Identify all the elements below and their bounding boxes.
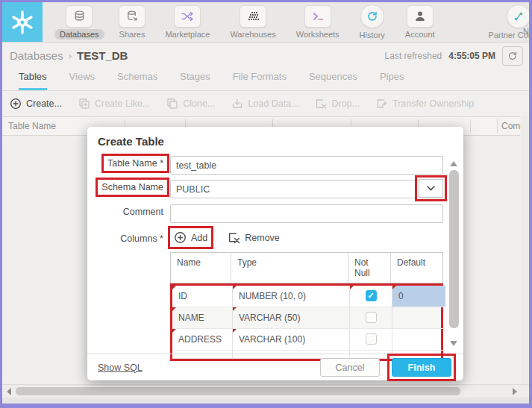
column-row: ID NUMBER (10, 0) 0	[172, 286, 441, 307]
create-button[interactable]: Create...	[10, 98, 62, 110]
schema-name-label-wrap: Schema Name	[83, 178, 169, 197]
column-separator[interactable]	[497, 119, 498, 133]
schema-dropdown-button[interactable]	[419, 179, 443, 198]
dialog-scrollbar[interactable]	[449, 160, 459, 346]
show-sql-link[interactable]: Show SQL	[98, 363, 143, 373]
plus-circle-icon	[10, 98, 22, 110]
tab-sequences[interactable]: Sequences	[309, 71, 357, 90]
transfer-ownership-button[interactable]: Transfer Ownership	[376, 98, 474, 110]
column-row: ADDRESS VARCHAR (100)	[172, 329, 441, 351]
nav-label-warehouses: Warehouses	[225, 29, 281, 40]
create-like-button[interactable]: Create Like...	[78, 98, 150, 110]
table-name-label: Table Name *	[101, 154, 169, 173]
tab-tables[interactable]: Tables	[19, 71, 47, 90]
nav-item-marketplace[interactable]: Marketplace	[160, 5, 215, 40]
cell-type[interactable]: VARCHAR (100)	[233, 329, 350, 351]
grid-header-table-name[interactable]: Table Name	[8, 121, 56, 131]
add-column-button[interactable]: Add	[170, 228, 211, 247]
comment-input[interactable]	[170, 204, 443, 223]
breadcrumb-parent[interactable]: Databases	[10, 49, 63, 62]
nav-item-warehouses[interactable]: Warehouses	[225, 5, 281, 40]
nav-label-history: History	[354, 30, 390, 40]
refresh-zone: Last refreshed 4:55:05 PM	[385, 46, 523, 66]
drop-icon	[315, 98, 327, 110]
not-null-checkbox[interactable]	[366, 290, 377, 301]
schema-dropdown-annotation	[415, 175, 447, 201]
nav-label-account: Account	[400, 29, 440, 40]
nav-items: Databases Shares	[43, 2, 440, 42]
finish-button[interactable]: Finish	[392, 358, 451, 377]
nav-right-items: Partner Connect ? Help	[484, 2, 529, 42]
worksheets-icon	[304, 5, 331, 28]
schema-name-select[interactable]: PUBLIC	[170, 180, 443, 198]
plus-circle-icon	[174, 231, 187, 244]
table-name-label-wrap: Table Name *	[83, 154, 169, 173]
nav-item-history[interactable]: History	[354, 4, 390, 40]
cell-name[interactable]: ADDRESS	[172, 329, 233, 351]
nav-label-marketplace: Marketplace	[160, 29, 215, 40]
cell-name[interactable]: ID	[172, 286, 233, 307]
remove-column-button[interactable]: Remove	[224, 228, 284, 247]
cell-default[interactable]: 0	[392, 286, 445, 307]
breadcrumb-separator-icon: ›	[69, 50, 72, 61]
load-data-icon	[231, 98, 243, 110]
nav-item-worksheets[interactable]: Worksheets	[291, 5, 345, 40]
snowflake-app: Databases Shares	[2, 2, 529, 404]
not-null-checkbox[interactable]	[366, 333, 377, 345]
horizontal-scroll-thumb[interactable]	[16, 387, 460, 395]
dialog-scroll-thumb[interactable]	[449, 170, 459, 328]
not-null-checkbox[interactable]	[366, 312, 377, 323]
scroll-left-arrow-icon[interactable]	[7, 388, 11, 395]
dialog-title: Create Table	[98, 135, 164, 148]
nav-label-databases: Databases	[54, 29, 104, 40]
breadcrumb: Databases › TEST_DB	[10, 49, 128, 62]
last-refreshed-time: 4:55:05 PM	[448, 51, 495, 61]
col-header-name: Name	[171, 253, 231, 283]
transfer-icon	[376, 98, 388, 110]
tab-schemas[interactable]: Schemas	[117, 71, 157, 90]
snowflake-icon	[10, 10, 35, 35]
cell-default[interactable]	[392, 329, 445, 351]
scroll-down-arrow-icon[interactable]	[450, 341, 457, 346]
nav-item-partner-connect[interactable]: Partner Connect	[484, 4, 529, 40]
cell-type[interactable]: VARCHAR (50)	[233, 307, 350, 329]
marketplace-icon	[174, 5, 201, 28]
columns-rows-annotation: ID NUMBER (10, 0) 0 NAME VARCHAR (50)	[170, 283, 443, 361]
add-button-annotation: Add	[168, 226, 213, 249]
cell-name[interactable]: NAME	[172, 307, 233, 329]
scroll-right-arrow-icon[interactable]	[513, 388, 517, 395]
column-separator[interactable]	[470, 119, 471, 133]
nav-item-shares[interactable]: Shares	[114, 5, 151, 40]
vertical-scrollbar[interactable]	[521, 116, 529, 384]
footer-buttons: Cancel Finish	[320, 354, 456, 381]
shares-icon	[119, 5, 145, 28]
tab-pipes[interactable]: Pipes	[380, 71, 404, 90]
schema-name-label: Schema Name	[96, 178, 169, 197]
clone-button[interactable]: Clone...	[166, 98, 215, 110]
nav-item-account[interactable]: Account	[400, 5, 440, 40]
bottom-strip	[2, 398, 529, 404]
finish-button-annotation: Finish	[387, 354, 456, 381]
load-data-button[interactable]: Load Data...	[231, 98, 298, 110]
cell-type[interactable]: NUMBER (10, 0)	[233, 286, 350, 307]
copy-plus-icon	[78, 98, 90, 110]
cell-default[interactable]	[392, 307, 445, 329]
databases-icon	[66, 5, 93, 28]
remove-icon	[228, 231, 240, 244]
drop-button[interactable]: Drop...	[315, 98, 360, 110]
cell-not-null	[350, 286, 392, 307]
col-header-not-null: Not Null	[348, 253, 391, 283]
cancel-button[interactable]: Cancel	[320, 358, 380, 377]
warehouses-icon	[240, 5, 266, 28]
tab-views[interactable]: Views	[69, 71, 95, 90]
cell-not-null	[350, 307, 392, 329]
snowflake-logo[interactable]	[2, 2, 43, 42]
table-name-input[interactable]	[170, 156, 443, 175]
tab-stages[interactable]: Stages	[180, 71, 210, 90]
tab-file-formats[interactable]: File Formats	[233, 71, 287, 90]
chevron-down-icon	[427, 186, 435, 191]
refresh-button[interactable]	[502, 46, 523, 66]
nav-item-databases[interactable]: Databases	[54, 5, 104, 40]
scroll-up-arrow-icon[interactable]	[450, 161, 457, 166]
horizontal-scrollbar[interactable]	[2, 384, 529, 398]
